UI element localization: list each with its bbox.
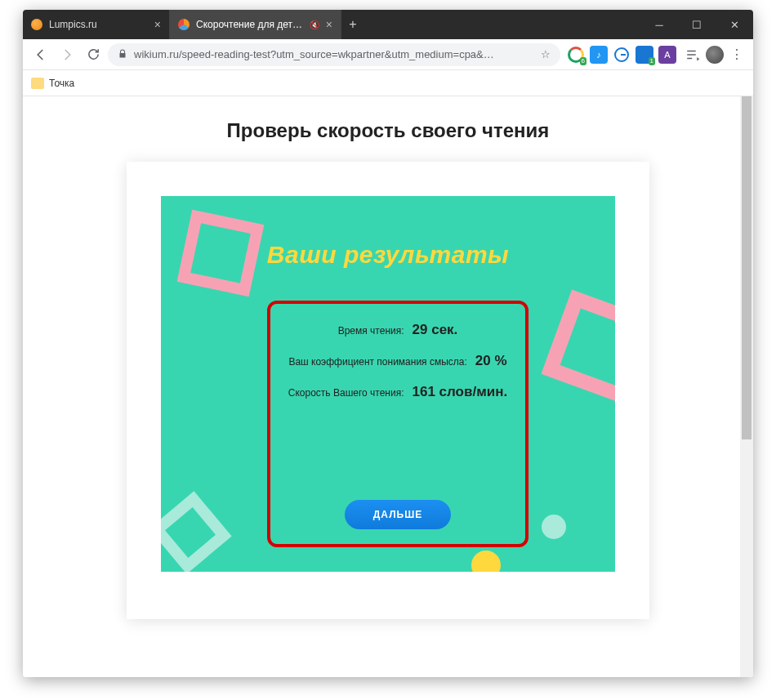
page-viewport: Проверь скорость своего чтения Ваши резу… — [23, 96, 753, 677]
folder-icon — [31, 78, 44, 89]
result-label: Время чтения: — [338, 325, 404, 337]
kebab-menu-icon[interactable]: ⋮ — [727, 47, 747, 62]
next-button[interactable]: ДАЛЬШЕ — [345, 500, 451, 529]
forward-button[interactable] — [56, 43, 78, 66]
result-speed: Скорость Вашего чтения: 161 слов/мин. — [280, 384, 515, 400]
lock-icon — [118, 49, 127, 60]
back-button[interactable] — [29, 43, 52, 66]
results-card: Ваши результаты Время чтения: 29 сек. Ва… — [127, 162, 649, 619]
decor-circle-yellow — [471, 551, 501, 572]
tab-lumpics[interactable]: Lumpics.ru × — [23, 10, 170, 39]
title-bar: Lumpics.ru × Скорочтение для детей и вз … — [23, 10, 753, 39]
extension-icon-4[interactable]: 1 — [636, 46, 653, 64]
close-icon[interactable]: × — [326, 18, 332, 31]
mute-icon[interactable]: 🔇 — [310, 20, 319, 29]
browser-window: Lumpics.ru × Скорочтение для детей и вз … — [23, 10, 753, 677]
decor-square-pink — [177, 210, 265, 297]
result-value: 20 % — [475, 353, 507, 369]
address-bar[interactable]: wikium.ru/speed-reading-test?utm_source=… — [108, 43, 560, 66]
tab-title: Скорочтение для детей и вз — [196, 19, 303, 30]
minimize-button[interactable]: ─ — [640, 10, 678, 39]
extension-icon-3[interactable] — [613, 46, 631, 64]
result-time: Время чтения: 29 сек. — [280, 322, 515, 338]
window-controls: ─ ☐ ✕ — [640, 10, 753, 39]
profile-avatar[interactable] — [706, 46, 724, 64]
maximize-button[interactable]: ☐ — [678, 10, 716, 39]
result-label: Скорость Вашего чтения: — [288, 387, 404, 399]
decor-circle-teal — [542, 515, 566, 539]
extension-icon-1[interactable]: 6 — [567, 46, 585, 64]
address-row: wikium.ru/speed-reading-test?utm_source=… — [23, 39, 753, 70]
scrollbar[interactable] — [740, 96, 753, 677]
extension-icon-5[interactable]: A — [658, 46, 676, 64]
bookmarks-bar: Точка — [23, 70, 753, 96]
tab-wikium[interactable]: Скорочтение для детей и вз 🔇 × — [170, 10, 341, 39]
result-value: 29 сек. — [413, 322, 458, 338]
new-tab-button[interactable]: + — [341, 10, 364, 39]
bookmark-item[interactable]: Точка — [49, 78, 74, 89]
page-title: Проверь скорость своего чтения — [23, 119, 753, 142]
ext-badge: 1 — [649, 57, 655, 65]
close-window-button[interactable]: ✕ — [716, 10, 753, 39]
reload-button[interactable] — [82, 43, 105, 66]
media-control-icon[interactable] — [683, 47, 702, 62]
close-icon[interactable]: × — [154, 18, 161, 31]
tab-title: Lumpics.ru — [49, 19, 148, 30]
result-label: Ваш коэффициент понимания смысла: — [288, 356, 466, 368]
ext-badge: 6 — [580, 57, 586, 65]
hero-panel: Ваши результаты Время чтения: 29 сек. Ва… — [161, 196, 615, 572]
favicon-wikium — [178, 19, 190, 30]
decor-square-pink-right — [542, 290, 615, 405]
scrollbar-thumb[interactable] — [742, 96, 751, 439]
url-text: wikium.ru/speed-reading-test?utm_source=… — [134, 48, 534, 60]
bookmark-star-icon[interactable]: ☆ — [541, 48, 551, 60]
decor-square-teal — [161, 491, 232, 572]
result-value: 161 слов/мин. — [413, 384, 508, 400]
extensions: 6 ♪ 1 A — [564, 46, 680, 64]
result-comprehension: Ваш коэффициент понимания смысла: 20 % — [280, 353, 515, 369]
favicon-lumpics — [31, 19, 42, 30]
extension-icon-2[interactable]: ♪ — [590, 46, 608, 64]
results-box: Время чтения: 29 сек. Ваш коэффициент по… — [267, 301, 528, 547]
